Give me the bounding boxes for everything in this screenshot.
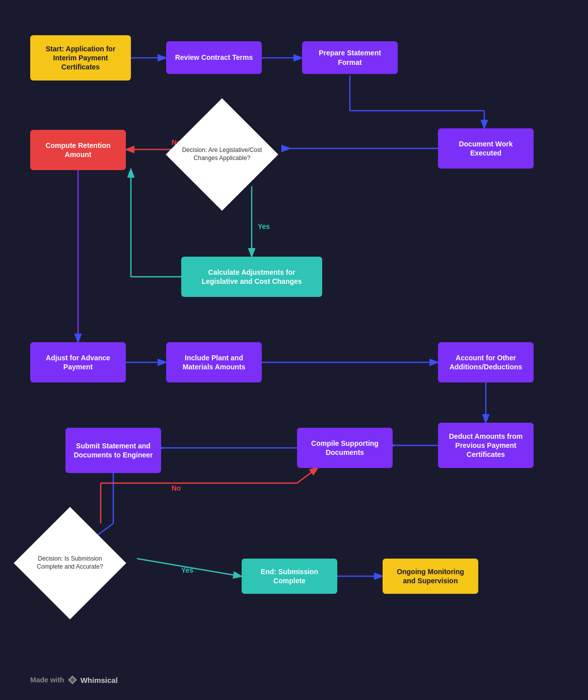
- compute-retention-node: Compute Retention Amount: [30, 130, 126, 170]
- compile-docs-node: Compile Supporting Documents: [297, 428, 393, 468]
- prepare-statement-node: Prepare Statement Format: [302, 41, 398, 74]
- watermark: Made with Whimsical: [30, 675, 118, 685]
- whimsical-logo-icon: [67, 675, 78, 685]
- svg-text:No: No: [172, 484, 181, 492]
- adjust-advance-node: Adjust for Advance Payment: [30, 342, 126, 382]
- deduct-amounts-node: Deduct Amounts from Previous Payment Cer…: [438, 423, 534, 468]
- document-work-node: Document Work Executed: [438, 128, 534, 169]
- svg-text:Yes: Yes: [181, 566, 193, 574]
- svg-line-20: [137, 559, 241, 576]
- legislative-decision-diamond: [166, 98, 278, 210]
- ongoing-monitoring-node: Ongoing Monitoring and Supervision: [383, 559, 478, 594]
- svg-text:Yes: Yes: [258, 222, 270, 230]
- submission-decision-diamond: [14, 507, 126, 619]
- svg-line-25: [297, 468, 317, 483]
- review-contract-node: Review Contract Terms: [166, 41, 262, 74]
- flowchart-container: No Yes Yes No: [0, 0, 588, 700]
- include-plant-node: Include Plant and Materials Amounts: [166, 342, 262, 382]
- submit-statement-node: Submit Statement and Documents to Engine…: [65, 428, 161, 473]
- start-node: Start: Application for Interim Payment C…: [30, 35, 131, 81]
- calc-adjustments-node: Calculate Adjustments for Legislative an…: [181, 257, 322, 297]
- end-submission-node: End: Submission Complete: [242, 559, 337, 594]
- account-other-node: Account for Other Additions/Deductions: [438, 342, 534, 382]
